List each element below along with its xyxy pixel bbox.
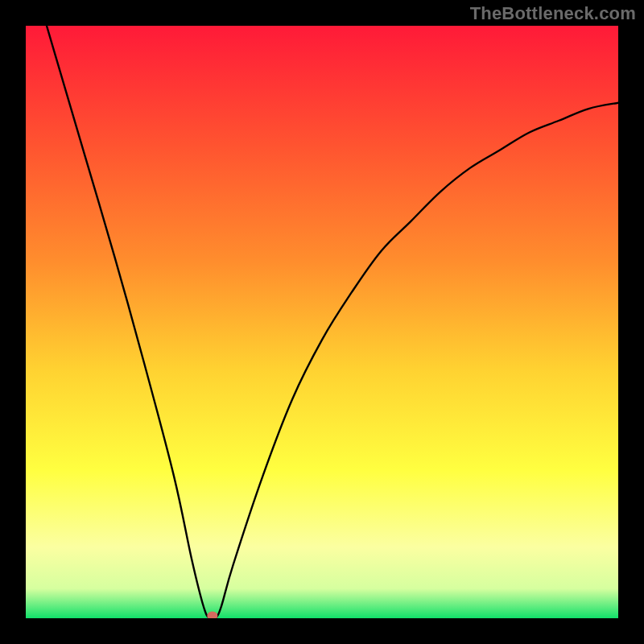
- chart-svg: [26, 26, 618, 618]
- watermark-text: TheBottleneck.com: [470, 3, 636, 24]
- gradient-background: [26, 26, 618, 618]
- chart-frame: TheBottleneck.com: [0, 0, 644, 644]
- chart-plot-area: [26, 26, 618, 618]
